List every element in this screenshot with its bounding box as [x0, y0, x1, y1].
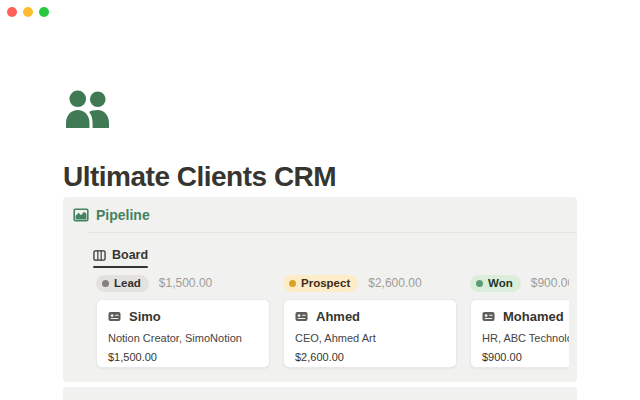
board-view: Lead $1,500.00 Simo Notion Crea	[63, 273, 569, 378]
card-title-row: Ahmed	[295, 309, 360, 324]
close-window-button[interactable]	[7, 7, 17, 17]
client-card-simo[interactable]: Simo Notion Creator, SimoNotion $1,500.0…	[96, 299, 270, 368]
pipeline-section-title: Pipeline	[96, 207, 150, 223]
status-dot	[102, 280, 109, 287]
card-title-row: Simo	[108, 309, 161, 324]
status-label: Prospect	[301, 277, 350, 289]
contact-card-icon	[482, 310, 495, 323]
column-header: Prospect $2,600.00	[283, 274, 422, 292]
status-dot	[476, 280, 483, 287]
card-amount: $2,600.00	[295, 351, 344, 363]
tab-board[interactable]: Board	[93, 244, 148, 266]
zoom-window-button[interactable]	[39, 7, 49, 17]
column-sum: $1,500.00	[159, 276, 212, 290]
pipeline-header-divider	[87, 232, 577, 233]
window-controls	[7, 7, 49, 17]
column-header: Lead $1,500.00	[96, 274, 212, 292]
card-subtitle: Notion Creator, SimoNotion	[108, 332, 242, 344]
minimize-window-button[interactable]	[23, 7, 33, 17]
card-title: Mohamed	[503, 309, 564, 324]
contact-card-icon	[108, 310, 121, 323]
area-chart-icon	[73, 207, 89, 223]
pipeline-panel: Pipeline Board Lead $1,500.00	[63, 197, 577, 382]
page-title[interactable]: Ultimate Clients CRM	[63, 161, 336, 193]
column-header: Won $900.00	[470, 274, 569, 292]
board-icon	[93, 249, 106, 262]
notion-window: Ultimate Clients CRM Pipeline Board	[0, 0, 640, 400]
card-title: Simo	[129, 309, 161, 324]
client-card-ahmed[interactable]: Ahmed CEO, Ahmed Art $2,600.00	[283, 299, 457, 368]
client-card-mohamed[interactable]: Mohamed HR, ABC Technology $900.00	[470, 299, 569, 368]
column-sum: $2,600.00	[368, 276, 421, 290]
card-amount: $1,500.00	[108, 351, 157, 363]
next-section-strip	[63, 387, 577, 400]
card-title: Ahmed	[316, 309, 360, 324]
tab-board-label: Board	[112, 248, 148, 262]
people-icon[interactable]	[64, 89, 111, 130]
status-label: Won	[488, 277, 513, 289]
card-subtitle: HR, ABC Technology	[482, 332, 569, 344]
status-badge-lead[interactable]: Lead	[96, 275, 149, 292]
card-title-row: Mohamed	[482, 309, 564, 324]
column-sum: $900.00	[531, 276, 569, 290]
status-dot	[289, 280, 296, 287]
status-badge-prospect[interactable]: Prospect	[283, 275, 358, 292]
card-amount: $900.00	[482, 351, 522, 363]
status-label: Lead	[114, 277, 141, 289]
card-subtitle: CEO, Ahmed Art	[295, 332, 376, 344]
active-tab-indicator	[93, 266, 148, 268]
contact-card-icon	[295, 310, 308, 323]
status-badge-won[interactable]: Won	[470, 275, 521, 292]
